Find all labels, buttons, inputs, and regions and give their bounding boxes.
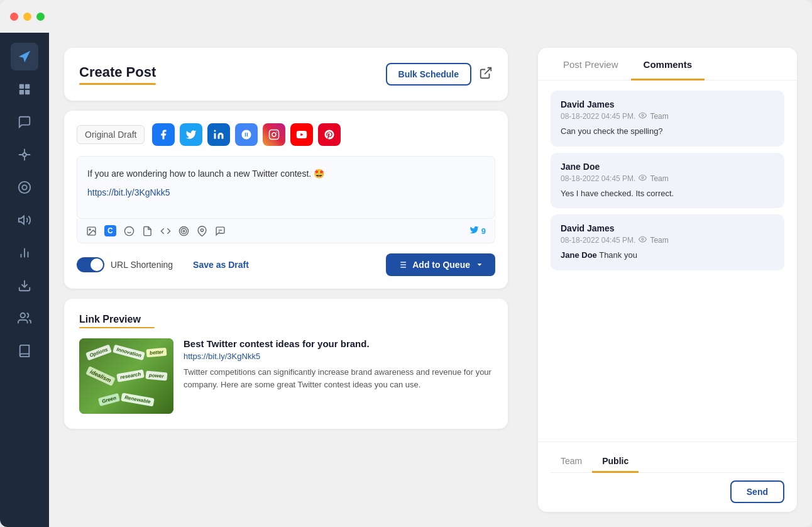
comment-meta: 08-18-2022 04:45 PM. Team	[561, 174, 774, 184]
facebook-icon[interactable]	[152, 123, 175, 146]
svg-rect-18	[270, 130, 279, 140]
send-button[interactable]: Send	[730, 480, 784, 503]
svg-point-10	[22, 185, 26, 189]
comment-item: Jane Doe 08-18-2022 04:45 PM. Team Yes I…	[551, 153, 784, 209]
sidebar-item-dashboard[interactable]	[11, 75, 38, 103]
bottom-tab-team[interactable]: Team	[551, 451, 592, 473]
pinterest-icon[interactable]	[318, 123, 341, 146]
code-icon[interactable]	[160, 226, 171, 236]
comment-author: Jane Doe	[561, 162, 774, 172]
minimize-button[interactable]	[23, 13, 31, 21]
link-preview-underline	[79, 327, 155, 328]
sidebar-item-download[interactable]	[11, 272, 38, 299]
image-icon[interactable]	[86, 226, 97, 236]
title-bar	[0, 0, 812, 33]
canva-icon[interactable]: C	[104, 225, 116, 236]
header-card: Create Post Bulk Schedule	[64, 48, 508, 101]
svg-rect-3	[25, 90, 30, 94]
post-text-area[interactable]: If you are wondering how to launch a new…	[77, 156, 495, 219]
sidebar-item-comments[interactable]	[11, 108, 38, 136]
page-title-wrapper: Create Post	[79, 64, 156, 85]
youtube-icon[interactable]	[290, 123, 313, 146]
sidebar-item-analytics[interactable]	[11, 239, 38, 267]
post-link[interactable]: https://bit.ly/3KgNkk5	[87, 187, 170, 197]
svg-point-30	[200, 228, 203, 231]
comment-author: David James	[561, 223, 774, 233]
sidebar	[0, 33, 49, 527]
svg-point-28	[181, 228, 187, 234]
right-card: Post Preview Comments David James 08-18-…	[538, 48, 797, 512]
svg-point-24	[124, 226, 133, 235]
header-actions: Bulk Schedule	[386, 63, 493, 86]
app-wrapper: Create Post Bulk Schedule Original Draft	[0, 33, 812, 527]
url-shortening-label: URL Shortening	[111, 260, 173, 270]
target-icon[interactable]	[178, 226, 189, 236]
editor-header: Original Draft	[77, 123, 495, 146]
add-queue-label: Add to Queue	[412, 260, 470, 270]
tab-post-preview[interactable]: Post Preview	[551, 48, 631, 80]
add-queue-button[interactable]: Add to Queue	[386, 253, 495, 276]
link-preview-content: Options Innovation better idealism resea…	[79, 338, 493, 414]
linkedin-icon[interactable]	[207, 123, 230, 146]
thread-icon[interactable]	[215, 226, 226, 236]
sidebar-item-library[interactable]	[11, 337, 38, 365]
comment-text: Can you check the spelling?	[561, 125, 774, 138]
original-draft-label: Original Draft	[77, 125, 145, 144]
svg-point-16	[21, 313, 25, 318]
eye-icon	[639, 174, 647, 184]
svg-point-23	[89, 228, 91, 230]
close-button[interactable]	[10, 13, 18, 21]
svg-rect-1	[25, 84, 30, 89]
url-shortening-toggle[interactable]: URL Shortening	[77, 257, 173, 272]
page-title-underline	[79, 83, 156, 85]
location-icon[interactable]	[197, 226, 207, 236]
article-title: Best Twitter contest ideas for your bran…	[184, 338, 493, 349]
save-draft-button[interactable]: Save as Draft	[193, 260, 249, 270]
editor-actions: URL Shortening Save as Draft Add to Queu…	[77, 253, 495, 276]
article-url[interactable]: https://bit.ly/3KgNkk5	[184, 352, 493, 361]
toggle-track[interactable]	[77, 257, 104, 272]
twitter-icon[interactable]	[180, 123, 202, 146]
eye-icon	[639, 235, 647, 245]
maximize-button[interactable]	[36, 13, 45, 21]
svg-point-29	[183, 230, 185, 232]
sidebar-item-team[interactable]	[11, 304, 38, 332]
post-text: If you are wondering how to launch a new…	[87, 167, 485, 180]
svg-point-41	[642, 238, 644, 240]
comment-item: David James 08-18-2022 04:45 PM. Team Ja…	[551, 214, 784, 270]
sidebar-item-megaphone[interactable]	[11, 206, 38, 234]
page-title: Create Post	[79, 64, 156, 80]
sidebar-item-network[interactable]	[11, 141, 38, 169]
char-count-value: 9	[481, 226, 486, 236]
article-desc: Twitter competitions can significantly i…	[184, 366, 493, 391]
export-icon[interactable]	[479, 66, 493, 83]
svg-rect-2	[19, 90, 24, 94]
right-tabs: Post Preview Comments	[538, 48, 797, 80]
svg-point-27	[179, 226, 188, 235]
sidebar-item-send[interactable]	[11, 43, 38, 70]
comment-footer: Team Public Send	[538, 441, 797, 512]
google-icon[interactable]	[235, 123, 258, 146]
comment-text: Jane Doe Thank you	[561, 249, 774, 262]
content-area: Create Post Bulk Schedule Original Draft	[49, 33, 523, 527]
comment-text: Yes I have checked. Its correct.	[561, 187, 774, 200]
emoji-icon[interactable]	[124, 226, 134, 236]
svg-point-9	[19, 182, 30, 193]
svg-point-39	[642, 114, 644, 116]
comment-bottom-tabs: Team Public	[551, 451, 784, 473]
sidebar-item-support[interactable]	[11, 174, 38, 201]
editor-toolbar: C	[77, 219, 495, 243]
link-preview-image: Options Innovation better idealism resea…	[79, 338, 173, 414]
right-panel: Post Preview Comments David James 08-18-…	[523, 33, 812, 527]
svg-point-4	[23, 153, 26, 157]
tab-comments[interactable]: Comments	[631, 48, 705, 80]
char-counter: 9	[469, 225, 486, 236]
bulk-schedule-button[interactable]: Bulk Schedule	[386, 63, 471, 86]
post-editor-card: Original Draft	[64, 111, 508, 289]
instagram-icon[interactable]	[263, 123, 285, 146]
comment-meta: 08-18-2022 04:45 PM. Team	[561, 111, 774, 121]
link-preview-text: Best Twitter contest ideas for your bran…	[184, 338, 493, 391]
svg-marker-11	[19, 216, 24, 225]
file-icon[interactable]	[142, 226, 153, 236]
bottom-tab-public[interactable]: Public	[592, 451, 639, 473]
